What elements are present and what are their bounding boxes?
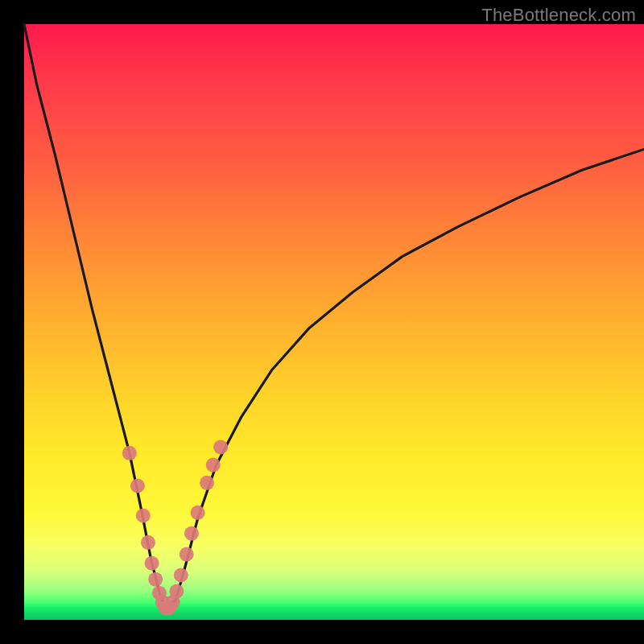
plot-area <box>24 24 644 620</box>
sample-marker <box>184 526 199 541</box>
sample-marker <box>213 440 228 454</box>
sample-marker <box>136 509 151 523</box>
sample-marker <box>200 476 214 490</box>
sample-marker <box>122 446 137 460</box>
sample-marker <box>130 479 145 493</box>
sample-marker <box>206 458 221 473</box>
sample-marker <box>148 572 163 587</box>
sample-marker <box>174 568 188 583</box>
sample-markers-group <box>122 440 228 615</box>
sample-marker <box>145 556 159 571</box>
chart-svg <box>24 24 644 620</box>
sample-marker <box>180 547 194 562</box>
sample-marker <box>169 584 184 599</box>
sample-marker <box>141 535 155 550</box>
chart-frame: TheBottleneck.com <box>0 0 644 644</box>
bottleneck-curve <box>24 24 644 611</box>
watermark-text: TheBottleneck.com <box>481 5 636 26</box>
sample-marker <box>191 506 205 520</box>
